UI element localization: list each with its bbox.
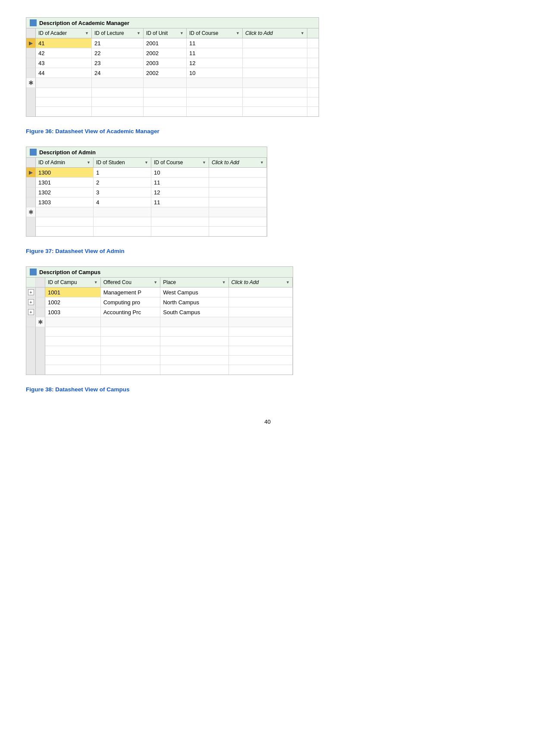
cell-student-id[interactable]: 3 (94, 187, 151, 197)
cell-acader[interactable]: 43 (36, 58, 92, 68)
cell-extra[interactable] (243, 38, 307, 48)
cell-course-id-new[interactable] (151, 207, 209, 217)
row-selector[interactable] (26, 178, 36, 187)
col-header-acader[interactable]: ID of Acader ▼ (36, 28, 92, 38)
cell-extra[interactable] (243, 48, 307, 58)
expand-button[interactable]: + (28, 299, 34, 305)
cell-unit-new[interactable] (144, 78, 187, 87)
expand-button[interactable]: + (28, 309, 34, 315)
col-header-course-id[interactable]: ID of Course ▼ (151, 158, 209, 167)
cell-student-id-new[interactable] (94, 207, 151, 217)
col-dropdown-arrow[interactable]: ▼ (153, 280, 157, 284)
cell-course[interactable]: 10 (187, 68, 243, 78)
table-row[interactable]: 1301 2 11 (26, 178, 267, 187)
cell-extra[interactable] (209, 187, 267, 197)
cell-campus-id[interactable]: 1001 (45, 287, 101, 297)
col-dropdown-arrow[interactable]: ▼ (144, 160, 148, 165)
expand-cell[interactable]: + (26, 287, 36, 297)
cell-course-new[interactable] (187, 78, 243, 87)
col-header-click-to-add[interactable]: Click to Add ▼ (243, 28, 307, 38)
col-dropdown-arrow[interactable]: ▼ (236, 31, 240, 35)
row-selector[interactable]: ▶ (26, 168, 36, 177)
cell-offered-cou[interactable]: Management P (101, 287, 161, 297)
cell-extra[interactable] (229, 307, 293, 317)
col-header-campus-id[interactable]: ID of Campu ▼ (45, 278, 101, 287)
table-row[interactable]: + 1001 Management P West Campus (26, 287, 293, 297)
cell-extra-new[interactable] (243, 78, 307, 87)
new-row-selector[interactable]: ✱ (36, 317, 45, 327)
table-row[interactable]: + 1003 Accounting Prc South Campus (26, 307, 293, 317)
row-selector[interactable]: ▶ (26, 38, 36, 48)
new-row-selector[interactable]: ✱ (26, 78, 36, 87)
cell-extra[interactable] (243, 58, 307, 68)
cell-student-id[interactable]: 1 (94, 168, 151, 177)
table-row[interactable]: 1303 4 11 (26, 197, 267, 207)
cell-offered-cou[interactable]: Accounting Prc (101, 307, 161, 317)
col-header-lecture[interactable]: ID of Lecture ▼ (92, 28, 144, 38)
col-dropdown-arrow[interactable]: ▼ (222, 280, 226, 284)
cell-course-id[interactable]: 11 (151, 178, 209, 187)
cell-extra[interactable] (209, 168, 267, 177)
col-dropdown-arrow[interactable]: ▼ (286, 280, 290, 284)
table-row[interactable]: + 1002 Computing pro North Campus (26, 297, 293, 307)
cell-student-id[interactable]: 2 (94, 178, 151, 187)
col-header-admin-id[interactable]: ID of Admin ▼ (36, 158, 94, 167)
row-selector[interactable] (26, 68, 36, 78)
cell-lecture[interactable]: 22 (92, 48, 144, 58)
row-selector[interactable] (26, 197, 36, 207)
cell-admin-id[interactable]: 1300 (36, 168, 94, 177)
cell-extra[interactable] (209, 178, 267, 187)
new-row[interactable]: ✱ (26, 78, 319, 88)
expand-cell[interactable]: + (26, 307, 36, 317)
cell-unit[interactable]: 2001 (144, 38, 187, 48)
cell-acader[interactable]: 44 (36, 68, 92, 78)
cell-unit[interactable]: 2002 (144, 48, 187, 58)
cell-lecture[interactable]: 23 (92, 58, 144, 68)
cell-extra-new[interactable] (229, 317, 293, 327)
cell-offered-cou-new[interactable] (101, 317, 161, 327)
row-selector[interactable] (26, 48, 36, 58)
row-selector[interactable] (36, 307, 45, 317)
col-header-course[interactable]: ID of Course ▼ (187, 28, 243, 38)
row-selector[interactable] (36, 287, 45, 297)
cell-extra[interactable] (243, 68, 307, 78)
cell-lecture[interactable]: 21 (92, 38, 144, 48)
table-row[interactable]: 42 22 2002 11 (26, 48, 319, 58)
cell-unit[interactable]: 2002 (144, 68, 187, 78)
col-dropdown-arrow[interactable]: ▼ (87, 160, 91, 165)
table-row[interactable]: ▶ 1300 1 10 (26, 168, 267, 178)
new-row[interactable]: ✱ (26, 207, 267, 217)
cell-campus-id[interactable]: 1002 (45, 297, 101, 307)
cell-extra[interactable] (229, 287, 293, 297)
cell-lecture[interactable]: 24 (92, 68, 144, 78)
table-row[interactable]: ▶ 41 21 2001 11 (26, 38, 319, 48)
cell-offered-cou[interactable]: Computing pro (101, 297, 161, 307)
cell-place[interactable]: West Campus (160, 287, 228, 297)
cell-extra[interactable] (229, 297, 293, 307)
cell-admin-id-new[interactable] (36, 207, 94, 217)
col-header-offered-cou[interactable]: Offered Cou ▼ (101, 278, 161, 287)
cell-course-id[interactable]: 12 (151, 187, 209, 197)
col-dropdown-arrow[interactable]: ▼ (94, 280, 98, 284)
expand-cell[interactable]: + (26, 297, 36, 307)
cell-campus-id[interactable]: 1003 (45, 307, 101, 317)
cell-course[interactable]: 11 (187, 38, 243, 48)
col-header-student-id[interactable]: ID of Studen ▼ (94, 158, 151, 167)
cell-place[interactable]: South Campus (160, 307, 228, 317)
cell-acader[interactable]: 42 (36, 48, 92, 58)
col-dropdown-arrow[interactable]: ▼ (300, 31, 304, 35)
cell-course-id[interactable]: 11 (151, 197, 209, 207)
col-header-click-to-add[interactable]: Click to Add ▼ (229, 278, 293, 287)
cell-admin-id[interactable]: 1302 (36, 187, 94, 197)
cell-unit[interactable]: 2003 (144, 58, 187, 68)
table-row[interactable]: 44 24 2002 10 (26, 68, 319, 78)
cell-course[interactable]: 12 (187, 58, 243, 68)
col-dropdown-arrow[interactable]: ▼ (180, 31, 184, 35)
cell-course[interactable]: 11 (187, 48, 243, 58)
new-row[interactable]: ✱ (26, 317, 293, 327)
cell-place-new[interactable] (160, 317, 228, 327)
cell-student-id[interactable]: 4 (94, 197, 151, 207)
col-header-click-to-add[interactable]: Click to Add ▼ (209, 158, 267, 167)
cell-place[interactable]: North Campus (160, 297, 228, 307)
row-selector[interactable] (36, 297, 45, 307)
